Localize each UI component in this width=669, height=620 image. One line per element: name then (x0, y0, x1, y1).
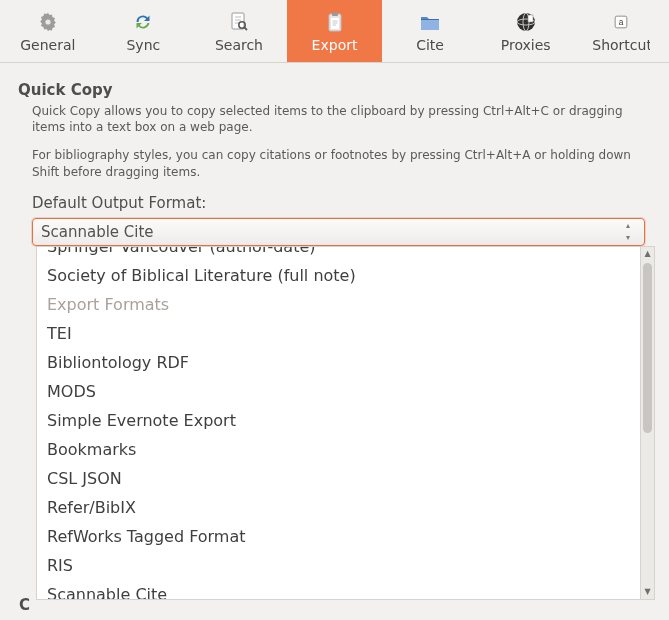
tab-export[interactable]: Export (287, 0, 383, 62)
export-pane: Quick Copy Quick Copy allows you to copy… (0, 63, 669, 600)
output-format-combobox[interactable]: Scannable Cite ▴▾ (32, 218, 645, 246)
dropdown-scrollbar: ▲ ▼ (640, 247, 654, 599)
quick-copy-heading: Quick Copy (18, 81, 657, 99)
list-item[interactable]: Springer Vancouver (author-date) (37, 247, 640, 261)
svg-rect-9 (332, 13, 338, 17)
scroll-thumb[interactable] (643, 263, 652, 433)
svg-line-7 (244, 27, 247, 30)
list-item[interactable]: RIS (37, 551, 640, 580)
list-item[interactable]: Refer/BibIX (37, 493, 640, 522)
list-item[interactable]: Scannable Cite (37, 580, 640, 599)
list-item[interactable]: Bibliontology RDF (37, 348, 640, 377)
tab-general[interactable]: General (0, 0, 96, 62)
folder-icon (416, 9, 444, 35)
tab-label: Proxies (501, 37, 551, 53)
keyboard-key-icon: a (607, 9, 635, 35)
dropdown-list: Springer Vancouver (author-date) Society… (37, 247, 640, 599)
svg-point-1 (45, 19, 50, 24)
tab-shortcuts[interactable]: a Shortcut (573, 0, 669, 62)
output-format-dropdown: Springer Vancouver (author-date) Society… (36, 246, 655, 600)
scroll-up-button[interactable]: ▲ (641, 247, 654, 261)
sync-icon (129, 9, 157, 35)
tab-label: General (20, 37, 75, 53)
list-item[interactable]: RefWorks Tagged Format (37, 522, 640, 551)
tab-label: Shortcut (592, 37, 650, 53)
svg-text:a: a (619, 17, 624, 27)
tab-label: Sync (126, 37, 160, 53)
tab-label: Search (215, 37, 263, 53)
preferences-toolbar: General Sync Search Export Cite Proxies … (0, 0, 669, 63)
list-item[interactable]: MODS (37, 377, 640, 406)
gear-icon (34, 9, 62, 35)
scroll-down-button[interactable]: ▼ (641, 585, 654, 599)
svg-rect-2 (232, 13, 244, 29)
tab-search[interactable]: Search (191, 0, 287, 62)
list-group-header: Export Formats (37, 290, 640, 319)
output-format-label: Default Output Format: (32, 194, 657, 212)
list-item[interactable]: Society of Biblical Literature (full not… (37, 261, 640, 290)
clipboard-icon (321, 9, 349, 35)
clipped-heading: C (19, 596, 30, 614)
list-item[interactable]: CSL JSON (37, 464, 640, 493)
combo-stepper-icon: ▴▾ (626, 222, 638, 242)
output-format-value: Scannable Cite (41, 223, 154, 241)
quick-copy-desc-1: Quick Copy allows you to copy selected i… (32, 103, 643, 135)
globe-icon (512, 9, 540, 35)
tab-label: Cite (416, 37, 444, 53)
tab-sync[interactable]: Sync (96, 0, 192, 62)
quick-copy-desc-2: For bibliography styles, you can copy ci… (32, 147, 643, 179)
svg-rect-17 (528, 15, 533, 22)
tab-label: Export (312, 37, 358, 53)
search-doc-icon (225, 9, 253, 35)
tab-cite[interactable]: Cite (382, 0, 478, 62)
list-item[interactable]: Bookmarks (37, 435, 640, 464)
tab-proxies[interactable]: Proxies (478, 0, 574, 62)
list-item[interactable]: Simple Evernote Export (37, 406, 640, 435)
list-item[interactable]: TEI (37, 319, 640, 348)
